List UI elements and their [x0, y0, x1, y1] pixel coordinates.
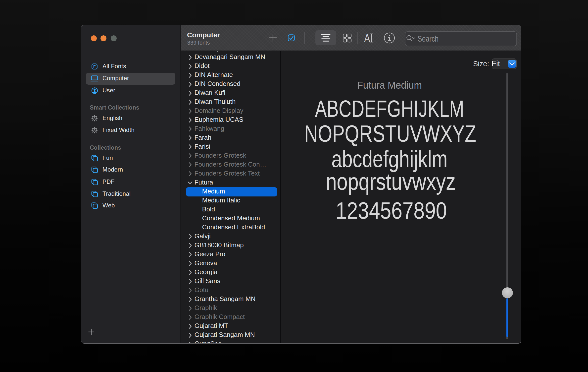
svg-text:F: F — [93, 65, 96, 69]
svg-text:A: A — [364, 32, 370, 45]
